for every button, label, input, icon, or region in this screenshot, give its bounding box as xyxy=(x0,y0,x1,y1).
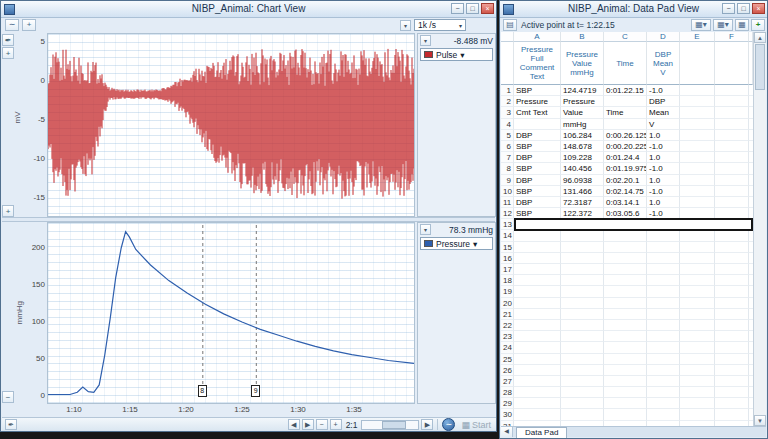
channel-menu-button[interactable]: ▾ xyxy=(420,35,431,46)
datapad-cell[interactable]: 148.678 xyxy=(561,141,604,152)
comment-marker[interactable]: 8 xyxy=(198,385,207,397)
datapad-cell[interactable] xyxy=(715,376,749,387)
datapad-cell[interactable] xyxy=(604,354,647,365)
datapad-cell[interactable] xyxy=(514,286,561,297)
datapad-cell[interactable] xyxy=(680,275,715,286)
datapad-cell[interactable] xyxy=(647,298,680,309)
datapad-cell[interactable] xyxy=(514,230,561,241)
pulse-channel-select[interactable]: Pulse ▾ xyxy=(420,48,493,61)
datapad-cell[interactable] xyxy=(647,264,680,275)
row-number[interactable]: 15 xyxy=(501,242,514,253)
notebook-icon[interactable]: ▤ xyxy=(503,19,517,31)
datapad-cell[interactable] xyxy=(680,298,715,309)
datapad-cell[interactable] xyxy=(680,264,715,275)
datapad-cell[interactable] xyxy=(680,365,715,376)
datapad-cell[interactable] xyxy=(680,230,715,241)
datapad-cell[interactable] xyxy=(715,219,749,230)
datapad-cell[interactable] xyxy=(715,130,749,141)
datapad-cell[interactable] xyxy=(514,365,561,376)
scroll-up-button[interactable]: ▲ xyxy=(754,32,766,43)
datapad-cell[interactable] xyxy=(647,376,680,387)
datapad-cell[interactable]: 0:00.20.225 xyxy=(604,141,647,152)
datapad-cell[interactable] xyxy=(604,309,647,320)
datapad-cell[interactable] xyxy=(680,175,715,186)
scrollbar-thumb[interactable] xyxy=(755,44,765,90)
datapad-cell[interactable] xyxy=(604,275,647,286)
datapad-cell[interactable] xyxy=(715,354,749,365)
datapad-cell[interactable]: 124.4719 xyxy=(561,85,604,96)
channel-menu-button[interactable]: ▾ xyxy=(420,224,431,235)
datapad-cell[interactable] xyxy=(514,219,561,230)
row-number[interactable]: 22 xyxy=(501,320,514,331)
datapad-cell[interactable] xyxy=(715,197,749,208)
datapad-cell[interactable] xyxy=(715,85,749,96)
minimize-button[interactable]: − xyxy=(722,3,735,14)
datapad-cell[interactable] xyxy=(647,354,680,365)
datapad-cell[interactable]: 0:01.19.975 xyxy=(604,163,647,174)
datapad-cell[interactable] xyxy=(647,398,680,409)
datapad-cell[interactable] xyxy=(604,230,647,241)
datapad-cell[interactable] xyxy=(715,230,749,241)
datapad-cell[interactable] xyxy=(561,286,604,297)
datapad-cell[interactable] xyxy=(514,331,561,342)
datapad-cell[interactable] xyxy=(561,387,604,398)
datapad-cell[interactable] xyxy=(514,264,561,275)
datapad-cell[interactable] xyxy=(561,354,604,365)
row-number[interactable]: 29 xyxy=(501,398,514,409)
datapad-cell[interactable]: Cmt Text xyxy=(514,107,561,118)
zoom-window-icon[interactable]: + xyxy=(22,19,36,31)
datapad-cell[interactable]: -1.0 xyxy=(647,208,680,219)
row-number[interactable]: 16 xyxy=(501,253,514,264)
datapad-cell[interactable] xyxy=(561,398,604,409)
row-number[interactable]: 26 xyxy=(501,365,514,376)
datapad-cell[interactable]: mmHg xyxy=(561,119,604,130)
datapad-cell[interactable] xyxy=(715,119,749,130)
datapad-cell[interactable]: DBP xyxy=(514,175,561,186)
datapad-cell[interactable] xyxy=(715,163,749,174)
datapad-cell[interactable] xyxy=(680,141,715,152)
datapad-cell[interactable] xyxy=(647,387,680,398)
datapad-cell[interactable] xyxy=(680,242,715,253)
datapad-cell[interactable]: 0:03.05.6 xyxy=(604,208,647,219)
datapad-cell[interactable]: 0:03.14.1 xyxy=(604,197,647,208)
datapad-cell[interactable]: DBP xyxy=(514,152,561,163)
datapad-cell[interactable] xyxy=(715,152,749,163)
datapad-cell[interactable] xyxy=(604,298,647,309)
restore-button[interactable]: □ xyxy=(466,3,479,14)
datapad-cell[interactable] xyxy=(604,342,647,353)
datapad-cell[interactable] xyxy=(715,342,749,353)
minimize-button[interactable]: − xyxy=(451,3,464,14)
datapad-cell[interactable]: SBP xyxy=(514,85,561,96)
datapad-cell[interactable]: Pressure xyxy=(514,96,561,107)
column-header[interactable]: Pressure Full Comment Text xyxy=(514,42,561,85)
pressure-plot[interactable] xyxy=(47,222,415,404)
datapad-cell[interactable] xyxy=(680,163,715,174)
datapad-cell[interactable] xyxy=(715,286,749,297)
row-number[interactable]: 4 xyxy=(501,119,514,130)
datapad-cell[interactable] xyxy=(680,130,715,141)
datapad-cell[interactable] xyxy=(561,219,604,230)
datapad-cell[interactable] xyxy=(680,219,715,230)
datapad-cell[interactable]: -1.0 xyxy=(647,163,680,174)
datapad-cell[interactable]: 72.3187 xyxy=(561,197,604,208)
tab-data-pad[interactable]: Data Pad xyxy=(516,427,567,438)
datapad-cell[interactable] xyxy=(514,119,561,130)
datapad-cell[interactable] xyxy=(514,398,561,409)
vertical-scrollbar[interactable]: ▲ ▼ xyxy=(753,32,766,426)
add-selection-button[interactable]: + xyxy=(751,19,765,31)
zoom-in-button[interactable]: + xyxy=(330,419,342,430)
datapad-cell[interactable]: SBP xyxy=(514,208,561,219)
datapad-cell[interactable] xyxy=(647,230,680,241)
datapad-cell[interactable]: 96.0938 xyxy=(561,175,604,186)
pressure-channel-select[interactable]: Pressure ▾ xyxy=(420,237,493,250)
datapad-cell[interactable] xyxy=(561,320,604,331)
datapad-cell[interactable] xyxy=(561,298,604,309)
datapad-cell[interactable] xyxy=(647,331,680,342)
scroll-down-button[interactable]: ▼ xyxy=(754,415,766,426)
row-number[interactable]: 11 xyxy=(501,197,514,208)
datapad-cell[interactable]: Pressure xyxy=(561,96,604,107)
datapad-cell[interactable] xyxy=(604,219,647,230)
datapad-cell[interactable] xyxy=(604,286,647,297)
datapad-cell[interactable] xyxy=(680,331,715,342)
column-letter[interactable]: B xyxy=(561,32,604,42)
